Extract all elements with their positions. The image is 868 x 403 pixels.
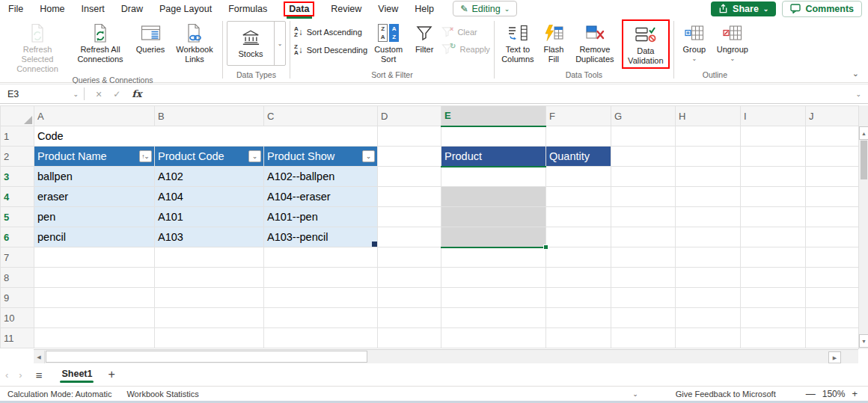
- cell[interactable]: [611, 126, 676, 147]
- row-header-11[interactable]: 11: [1, 328, 34, 348]
- cell-a6[interactable]: pencil: [34, 227, 155, 247]
- cell-a2-header[interactable]: Product Name↑⌄: [34, 147, 155, 167]
- tab-file[interactable]: File: [0, 1, 31, 16]
- horizontal-scrollbar[interactable]: ◀ ▶: [34, 349, 858, 363]
- cell-e3-active[interactable]: [441, 167, 546, 187]
- cell-c2-header[interactable]: Product Show⌄: [264, 147, 378, 167]
- cell-e2-header[interactable]: Product: [441, 147, 546, 167]
- ungroup-button[interactable]: Ungroup ⌄: [713, 19, 752, 64]
- row-header-2[interactable]: 2: [1, 147, 34, 167]
- cell-e6-selected[interactable]: [441, 227, 546, 247]
- cell[interactable]: [611, 167, 676, 187]
- cell[interactable]: [155, 288, 264, 308]
- cell[interactable]: [264, 328, 378, 348]
- fill-handle[interactable]: [543, 244, 548, 250]
- cell[interactable]: [611, 308, 676, 328]
- cell-b5[interactable]: A101: [155, 207, 264, 227]
- tab-view[interactable]: View: [370, 1, 406, 16]
- cell[interactable]: [611, 268, 676, 288]
- cell[interactable]: [264, 288, 378, 308]
- cell[interactable]: [676, 227, 741, 247]
- previous-sheet-icon[interactable]: ‹: [0, 369, 13, 381]
- cell[interactable]: [155, 247, 264, 268]
- cell[interactable]: [546, 247, 611, 268]
- formula-input[interactable]: [153, 84, 856, 103]
- cell[interactable]: [611, 288, 676, 308]
- cell[interactable]: [676, 288, 741, 308]
- insert-function-icon[interactable]: fx: [132, 88, 141, 99]
- cell[interactable]: [34, 268, 155, 288]
- cell[interactable]: [741, 187, 806, 207]
- cell[interactable]: [741, 328, 806, 348]
- row-header-5[interactable]: 5: [1, 207, 34, 227]
- cell-a3[interactable]: ballpen: [34, 167, 155, 187]
- cell[interactable]: [741, 308, 806, 328]
- select-all-corner[interactable]: [1, 106, 34, 126]
- queries-button[interactable]: Queries: [132, 19, 168, 56]
- cell[interactable]: [378, 288, 441, 308]
- cell[interactable]: [741, 147, 806, 167]
- cell[interactable]: [378, 187, 441, 207]
- stocks-dropdown[interactable]: ⌄: [274, 22, 285, 65]
- column-header-d[interactable]: D: [378, 106, 441, 126]
- row-header-8[interactable]: 8: [1, 268, 34, 288]
- cell[interactable]: [741, 167, 806, 187]
- cell[interactable]: [378, 207, 441, 227]
- collapse-ribbon-icon[interactable]: ⌄: [852, 69, 859, 79]
- zoom-in-button[interactable]: +: [852, 388, 858, 399]
- editing-mode-button[interactable]: ✎ Editing ⌄: [453, 1, 517, 16]
- scroll-left-icon[interactable]: ◀: [34, 351, 45, 363]
- scroll-down-icon[interactable]: ▼: [859, 334, 868, 348]
- cell-c5[interactable]: A101--pen: [264, 207, 378, 227]
- cell-e4-selected[interactable]: [441, 187, 546, 207]
- cell[interactable]: [155, 308, 264, 328]
- group-button[interactable]: Group ⌄: [678, 19, 711, 64]
- row-header-6[interactable]: 6: [1, 227, 34, 247]
- cell[interactable]: [34, 247, 155, 268]
- vertical-scroll-thumb[interactable]: [861, 141, 867, 179]
- stocks-data-type-button[interactable]: Stocks ⌄: [227, 21, 286, 66]
- cell[interactable]: [378, 247, 441, 268]
- cancel-icon[interactable]: ×: [96, 88, 102, 100]
- cell[interactable]: [611, 207, 676, 227]
- cell[interactable]: [378, 328, 441, 348]
- cell[interactable]: [378, 308, 441, 328]
- cell[interactable]: [676, 247, 741, 268]
- cell[interactable]: [441, 126, 546, 147]
- cell[interactable]: [741, 247, 806, 268]
- cell[interactable]: [741, 227, 806, 247]
- cell[interactable]: [676, 268, 741, 288]
- cell[interactable]: [378, 167, 441, 187]
- cell[interactable]: [441, 288, 546, 308]
- sheet-tab-sheet1[interactable]: Sheet1: [60, 366, 94, 383]
- cell[interactable]: [34, 288, 155, 308]
- cell[interactable]: [741, 268, 806, 288]
- cell[interactable]: [34, 328, 155, 348]
- row-header-10[interactable]: 10: [1, 308, 34, 328]
- tab-home[interactable]: Home: [31, 1, 73, 16]
- column-header-a[interactable]: A: [34, 106, 155, 126]
- cell-c6[interactable]: A103--pencil: [264, 227, 378, 247]
- row-header-7[interactable]: 7: [1, 247, 34, 268]
- cell-e5-selected[interactable]: [441, 207, 546, 227]
- flash-fill-button[interactable]: Flash Fill: [540, 19, 568, 66]
- workbook-links-button[interactable]: Workbook Links: [171, 19, 218, 66]
- tab-review[interactable]: Review: [323, 1, 370, 16]
- tab-insert[interactable]: Insert: [73, 1, 113, 16]
- cell[interactable]: [546, 328, 611, 348]
- all-sheets-menu-icon[interactable]: ≡: [28, 369, 51, 381]
- zoom-out-button[interactable]: —: [806, 388, 816, 399]
- cell[interactable]: [441, 308, 546, 328]
- cell[interactable]: [441, 268, 546, 288]
- sort-descending-button[interactable]: ZA↓ Sort Descending: [294, 44, 367, 56]
- cell-f4[interactable]: [546, 187, 611, 207]
- cell[interactable]: [546, 126, 611, 147]
- chevron-down-icon[interactable]: ⌄: [625, 390, 646, 398]
- cell[interactable]: [546, 288, 611, 308]
- table-resize-handle[interactable]: [372, 242, 377, 247]
- cell-a1-merged-title[interactable]: Code: [34, 126, 378, 147]
- filter-dropdown-icon[interactable]: ⌄: [248, 150, 261, 162]
- cell[interactable]: [676, 126, 741, 147]
- tab-page-layout[interactable]: Page Layout: [151, 1, 220, 16]
- cell[interactable]: [676, 207, 741, 227]
